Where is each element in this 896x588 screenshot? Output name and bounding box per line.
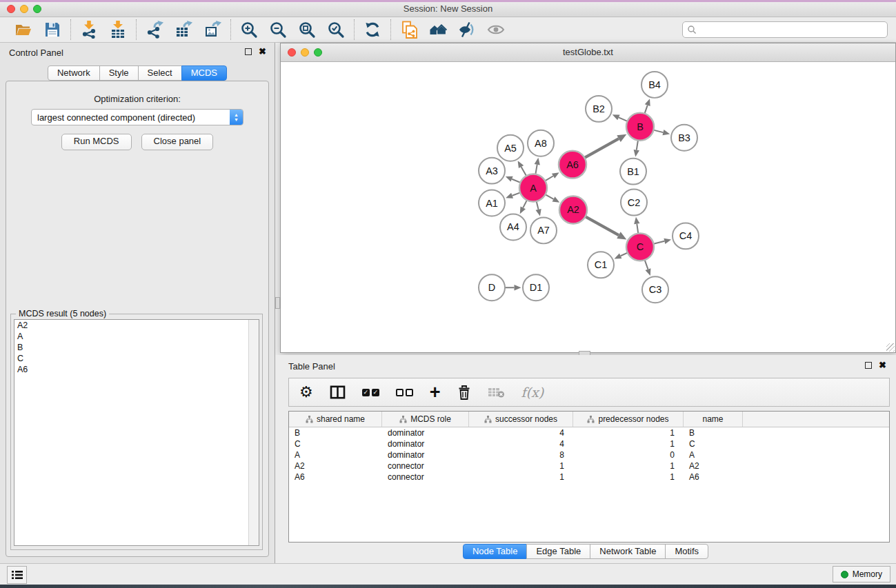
table-cell[interactable]: connector	[382, 460, 469, 472]
network-window-titlebar[interactable]: testGlobe.txt	[281, 43, 895, 62]
float-panel-icon[interactable]	[245, 48, 252, 55]
table-cell[interactable]: connector	[382, 472, 469, 483]
graph-edge-A-A7[interactable]	[537, 201, 539, 210]
table-tab-motifs[interactable]: Motifs	[665, 544, 708, 559]
graph-edge-C-C3[interactable]	[645, 260, 648, 269]
column-header-MCDS-role[interactable]: MCDS role	[382, 412, 469, 427]
tab-select[interactable]: Select	[138, 65, 182, 81]
window-resize-grip[interactable]	[886, 343, 895, 352]
table-cell[interactable]: 4	[469, 427, 573, 438]
table-cell[interactable]: 4	[469, 438, 573, 449]
mcds-result-item[interactable]: B	[14, 342, 259, 353]
graph-edge-B-B3[interactable]	[653, 130, 663, 133]
tab-style[interactable]: Style	[99, 65, 139, 81]
zoom-fit-icon[interactable]	[298, 21, 316, 39]
search-input[interactable]	[697, 23, 887, 37]
graph-edge-C-C4[interactable]	[653, 241, 664, 244]
graph-edge-B-B4[interactable]	[645, 105, 648, 114]
mcds-result-item[interactable]: A2	[14, 320, 259, 331]
table-cell[interactable]: 1	[573, 427, 684, 438]
graph-edge-A-A1[interactable]	[512, 192, 521, 195]
table-cell[interactable]: A	[684, 449, 743, 460]
save-icon[interactable]	[43, 21, 61, 39]
column-header-successor-nodes[interactable]: successor nodes	[469, 412, 573, 427]
table-cell[interactable]: B	[289, 427, 382, 438]
table-row[interactable]: Adominator80A	[289, 449, 889, 460]
mcds-result-item[interactable]: C	[14, 353, 259, 364]
add-column-icon[interactable]: +	[430, 384, 441, 401]
settings-gear-icon[interactable]: ⚙	[299, 385, 313, 400]
table-tab-edge-table[interactable]: Edge Table	[526, 544, 590, 559]
table-cell[interactable]: 1	[573, 472, 684, 483]
select-all-icon[interactable]: ✓✓	[362, 389, 379, 396]
close-panel-button[interactable]: Close panel	[141, 134, 214, 150]
network-from-selection-icon[interactable]	[400, 21, 418, 39]
table-cell[interactable]: A2	[289, 460, 382, 472]
mcds-result-item[interactable]: A6	[14, 364, 259, 375]
network-graph[interactable]: B4B2BB3A8A5A6A3B1AA1C2A2A4A7C4CC1C3DD1	[281, 62, 895, 352]
table-cell[interactable]: 8	[469, 449, 573, 460]
close-panel-icon[interactable]: ✖	[259, 48, 266, 55]
graph-edge-A6-B[interactable]	[584, 139, 619, 158]
zoom-in-icon[interactable]	[240, 21, 258, 39]
graph-edge-A-A6[interactable]	[545, 176, 553, 181]
export-network-icon[interactable]	[146, 21, 163, 39]
home-icon[interactable]	[429, 21, 447, 39]
zoom-selected-icon[interactable]	[327, 21, 345, 39]
float-table-panel-icon[interactable]	[865, 362, 872, 369]
optimization-criterion-select[interactable]: largest connected component (directed) ▲…	[31, 109, 243, 125]
column-header-predecessor-nodes[interactable]: predecessor nodes	[573, 412, 684, 427]
refresh-layout-icon[interactable]	[364, 21, 381, 39]
table-row[interactable]: Bdominator41B	[289, 427, 889, 438]
graph-edge-B-B1[interactable]	[637, 140, 638, 150]
table-row[interactable]: A6connector11A6	[289, 472, 889, 483]
table-cell[interactable]: dominator	[382, 449, 469, 460]
column-header-name[interactable]: name	[684, 412, 743, 427]
table-row[interactable]: A2connector11A2	[289, 460, 889, 472]
table-cell[interactable]: 1	[469, 460, 573, 472]
table-cell[interactable]: C	[684, 438, 743, 449]
export-image-icon[interactable]	[203, 21, 221, 39]
graph-edge-C-C2[interactable]	[637, 224, 638, 234]
run-mcds-button[interactable]: Run MCDS	[61, 134, 132, 150]
delete-icon[interactable]	[457, 385, 471, 400]
function-builder-icon[interactable]: f(x)	[521, 385, 544, 400]
graph-edge-A-A4[interactable]	[523, 200, 527, 207]
table-cell[interactable]: 1	[573, 460, 684, 472]
task-history-button[interactable]	[7, 566, 27, 584]
graph-edge-A2-C[interactable]	[585, 216, 619, 235]
zoom-out-icon[interactable]	[269, 21, 287, 39]
table-cell[interactable]: A	[289, 449, 382, 460]
table-cell[interactable]: A6	[684, 472, 743, 483]
close-table-panel-icon[interactable]: ✖	[879, 362, 886, 369]
graph-edge-A-A8[interactable]	[535, 165, 537, 174]
import-table-icon[interactable]	[109, 21, 127, 39]
hide-selected-icon[interactable]	[458, 21, 476, 39]
graph-edge-A-A3[interactable]	[512, 179, 520, 183]
vertical-splitter-grip[interactable]	[275, 297, 280, 309]
table-cell[interactable]: A6	[289, 472, 382, 483]
table-cell[interactable]: C	[289, 438, 382, 449]
node-table[interactable]: shared nameMCDS rolesuccessor nodesprede…	[288, 411, 890, 543]
column-header-shared-name[interactable]: shared name	[289, 412, 382, 427]
network-canvas[interactable]: B4B2BB3A8A5A6A3B1AA1C2A2A4A7C4CC1C3DD1	[281, 62, 895, 352]
table-tab-node-table[interactable]: Node Table	[463, 544, 528, 559]
split-columns-icon[interactable]	[330, 385, 346, 399]
table-cell[interactable]: 0	[573, 449, 684, 460]
table-cell[interactable]: 1	[573, 438, 684, 449]
table-row[interactable]: Cdominator41C	[289, 438, 889, 449]
graph-edge-C-C1[interactable]	[621, 253, 628, 256]
search-field[interactable]	[682, 21, 888, 38]
table-cell[interactable]: A2	[684, 460, 743, 472]
table-cell[interactable]: 1	[469, 472, 573, 483]
delete-table-icon[interactable]	[488, 387, 505, 398]
open-icon[interactable]	[14, 21, 32, 39]
table-tab-network-table[interactable]: Network Table	[590, 544, 666, 559]
export-table-icon[interactable]	[175, 21, 192, 39]
table-cell[interactable]: B	[684, 427, 743, 438]
mcds-result-item[interactable]: A	[14, 331, 259, 342]
tab-network[interactable]: Network	[48, 65, 100, 81]
result-scrollbar[interactable]	[248, 320, 259, 545]
mcds-result-list[interactable]: A2ABCA6	[14, 319, 259, 546]
memory-button[interactable]: Memory	[833, 566, 890, 582]
